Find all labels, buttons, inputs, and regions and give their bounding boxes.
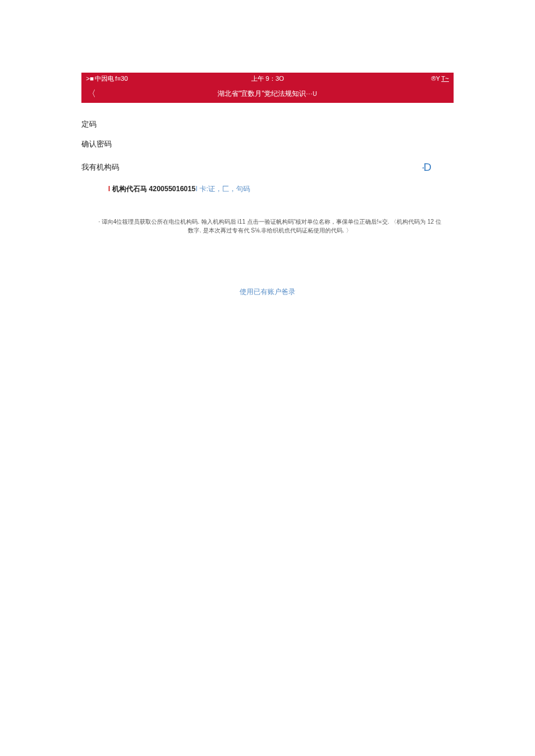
confirm-password-label: 确认密码	[81, 139, 112, 148]
battery-icon: T~	[441, 75, 449, 82]
org-code-input-row: I 机构代石马 420055016015I 卡:证，匚，句码	[81, 178, 454, 200]
password-label: 定码	[81, 120, 97, 128]
page-title: 湖北省"宜数月"党纪法规知识···U	[217, 89, 318, 99]
status-right: ®YT~	[431, 75, 449, 82]
form-content: 定码 确认密码 我有机构码 ·D I 机构代石马 420055016015I 卡…	[81, 103, 454, 297]
confirm-password-row[interactable]: 确认密码	[81, 134, 454, 154]
status-bar: >■ 中因电 f≡30 上午 9：3O ®YT~	[81, 73, 454, 84]
org-code-value[interactable]: 420055016015	[149, 185, 195, 193]
org-code-field-label: 机构代石马 420055016015	[112, 185, 195, 193]
required-marker: I	[108, 185, 110, 193]
page-title-text: 湖北省"宜数月"党纪法规知识	[217, 89, 306, 98]
carrier-name: 中因电	[95, 74, 114, 83]
status-time: 上午 9：3O	[251, 74, 284, 83]
battery-prefix: ®Y	[431, 75, 440, 82]
help-text: · 谭向4位筱理员获取公所在电位机构码. 翰入机构码后 i11 点击一验证帆构码…	[81, 200, 454, 235]
signal-indicator: >■	[86, 75, 94, 82]
verify-org-code-link[interactable]: I 卡:证，匚，句码	[195, 185, 250, 193]
password-row[interactable]: 定码	[81, 114, 454, 134]
signal-strength: f≡30	[115, 75, 128, 82]
phone-screen: >■ 中因电 f≡30 上午 9：3O ®YT~ 〈 湖北省"宜数月"党纪法规知…	[81, 73, 454, 297]
status-left: >■ 中因电 f≡30	[86, 74, 128, 83]
org-code-toggle-row: 我有机构码 ·D	[81, 154, 454, 178]
back-button[interactable]: 〈	[87, 88, 96, 99]
nav-bar: 〈 湖北省"宜数月"党纪法规知识···U	[81, 84, 454, 103]
login-link-row: 使用已有账户爸录	[81, 235, 454, 297]
org-code-toggle-label: 我有机构码	[81, 162, 119, 173]
toggle-switch-icon[interactable]: ·D	[422, 161, 454, 174]
page-title-suffix: ···U	[306, 91, 318, 97]
existing-account-login-link[interactable]: 使用已有账户爸录	[240, 288, 295, 296]
